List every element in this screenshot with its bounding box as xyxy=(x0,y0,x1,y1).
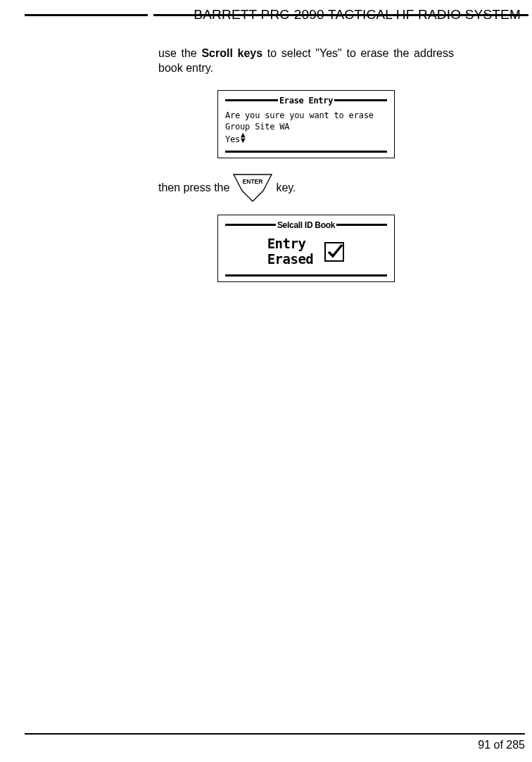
content-area: use the Scroll keys to select "Yes" to e… xyxy=(158,46,454,282)
lcd2-body: Entry Erased xyxy=(225,234,387,269)
lcd2-footer-rule xyxy=(225,274,387,277)
para2-post: key. xyxy=(276,182,296,194)
scroll-arrows-icon: ▲▼ xyxy=(241,132,245,144)
page-number: 91 of 285 xyxy=(25,739,525,751)
lcd1-line2: Group Site WA xyxy=(225,121,387,132)
lcd2-rule-left xyxy=(225,224,276,226)
enter-key-label: ENTER xyxy=(243,178,263,185)
lcd1-footer-rule xyxy=(225,151,387,153)
lcd1-header: Erase Entry xyxy=(225,96,387,106)
lcd1-line3: Yes▲▼ xyxy=(225,132,387,145)
entry-erased-text: Entry Erased xyxy=(267,236,314,267)
lcd2-header: Selcall ID Book xyxy=(225,220,387,230)
header-rule-right xyxy=(153,14,528,16)
para2-pre: then press the xyxy=(158,182,229,194)
enter-key-icon: ENTER xyxy=(233,174,272,202)
lcd1-title: Erase Entry xyxy=(278,96,334,106)
header-rule-left xyxy=(25,14,148,16)
page-footer: 91 of 285 xyxy=(25,733,525,752)
checkmark-icon xyxy=(324,241,345,262)
instruction-paragraph-1: use the Scroll keys to select "Yes" to e… xyxy=(158,46,454,76)
footer-rule xyxy=(25,733,525,735)
lcd2-line1: Entry xyxy=(267,236,314,252)
lcd1-rule-left xyxy=(225,99,278,101)
lcd-erase-entry: Erase Entry Are you sure you want to era… xyxy=(217,90,395,158)
scroll-keys-label: Scroll keys xyxy=(201,47,262,59)
lcd1-yes: Yes xyxy=(225,134,240,144)
para1-pre: use the xyxy=(158,47,201,59)
instruction-paragraph-2: then press the ENTER key. xyxy=(158,174,454,202)
lcd1-rule-right xyxy=(334,99,387,101)
lcd1-body: Are you sure you want to erase Group Sit… xyxy=(225,110,387,146)
lcd2-title: Selcall ID Book xyxy=(276,220,336,230)
lcd-selcall-book: Selcall ID Book Entry Erased xyxy=(217,215,395,282)
lcd2-line2: Erased xyxy=(267,252,314,267)
lcd1-line1: Are you sure you want to erase xyxy=(225,110,387,121)
lcd2-rule-right xyxy=(336,224,387,226)
page-header: BARRETT PRC-2090 TACTICAL HF RADIO SYSTE… xyxy=(42,7,490,28)
